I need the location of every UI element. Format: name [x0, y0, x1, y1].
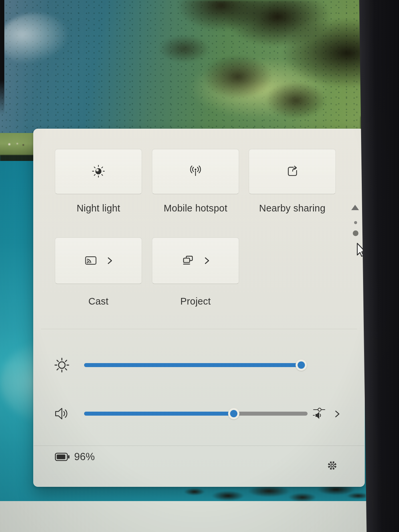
quick-settings-panel: Night light Mobile hotspot Nearby sharin… [33, 129, 365, 487]
brightness-slider-fill [84, 363, 301, 367]
battery-status[interactable]: 96% [54, 451, 95, 463]
tile-label-cast: Cast [55, 296, 142, 307]
tile-project[interactable] [152, 237, 239, 284]
brightness-sun-icon [52, 355, 72, 375]
taskbar: 12:02 PM 5/13/2025 [0, 501, 369, 532]
tile-cast[interactable] [55, 237, 142, 284]
battery-icon [54, 451, 70, 463]
chevron-right-icon [105, 256, 115, 266]
volume-slider[interactable] [84, 408, 308, 419]
tile-mobile-hotspot[interactable] [152, 149, 239, 194]
audio-output-button[interactable] [312, 405, 327, 420]
page-dot-active[interactable] [353, 230, 358, 236]
tile-label-mobile-hotspot: Mobile hotspot [152, 203, 239, 214]
nearby-sharing-icon [284, 163, 301, 180]
page-dot[interactable] [354, 221, 357, 224]
monitor-photo: Night light Mobile hotspot Nearby sharin… [0, 0, 399, 532]
chevron-right-icon [202, 256, 212, 266]
scroll-up-button[interactable] [350, 203, 360, 211]
project-icon [179, 252, 197, 269]
gear-icon [325, 458, 339, 473]
tile-label-nearby-sharing: Nearby sharing [249, 203, 336, 214]
volume-slider-thumb[interactable] [228, 408, 239, 419]
speaker-icon [52, 404, 72, 424]
audio-output-icon [312, 405, 327, 420]
section-divider [41, 329, 357, 329]
battery-percent-label: 96% [74, 451, 95, 463]
settings-button[interactable] [325, 458, 341, 473]
tile-nearby-sharing[interactable] [249, 149, 336, 194]
tile-label-night-light: Night light [55, 203, 142, 214]
volume-slider-fill [84, 412, 234, 416]
brightness-slider[interactable] [84, 359, 301, 371]
audio-output-chevron-icon[interactable] [332, 409, 342, 419]
mobile-hotspot-icon [187, 163, 204, 180]
tile-night-light[interactable] [55, 149, 142, 194]
brightness-slider-thumb[interactable] [296, 359, 307, 371]
tile-label-project: Project [152, 296, 239, 307]
cast-icon [82, 252, 99, 269]
footer-divider [34, 446, 364, 446]
scroll-up-triangle-icon [350, 203, 360, 211]
night-light-icon [90, 163, 107, 180]
monitor-bezel-left [0, 0, 4, 115]
wallpaper-light-slope [0, 13, 73, 66]
wallpaper-foliage-silhouette [133, 0, 366, 140]
